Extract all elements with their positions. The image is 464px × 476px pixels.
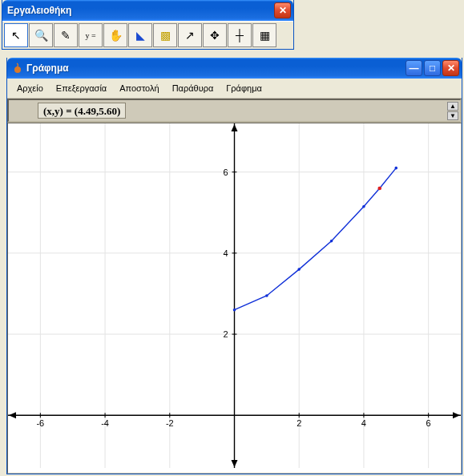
spin-down-button[interactable]: ▼ — [447, 111, 458, 120]
graph-title: Γράφημα — [26, 63, 405, 74]
tool-grab[interactable]: ✋ — [103, 23, 127, 47]
minimize-button[interactable]: — — [405, 60, 422, 76]
svg-point-38 — [362, 205, 365, 208]
svg-point-34 — [233, 309, 236, 312]
toolbox-window: Εργαλειοθήκη ✕ ↖🔍✎y =✋◣▩↗✥┼▦ — [2, 0, 294, 50]
close-icon: ✕ — [279, 5, 287, 16]
close-button[interactable]: ✕ — [442, 60, 459, 76]
svg-marker-12 — [453, 412, 460, 418]
pointer-icon: ↖ — [11, 29, 21, 42]
tool-axes[interactable]: ┼ — [228, 23, 252, 47]
tool-y-equals[interactable]: y = — [79, 23, 103, 47]
minimize-icon: — — [410, 63, 419, 74]
maximize-icon: □ — [430, 63, 435, 74]
menu-1[interactable]: Επεξεργασία — [51, 82, 111, 95]
spin-up-button[interactable]: ▲ — [447, 102, 458, 111]
svg-marker-13 — [9, 412, 16, 418]
graph-window: Γράφημα — □ ✕ ΑρχείοΕπεξεργασίαΑποστολήΠ… — [6, 58, 462, 474]
svg-text:-4: -4 — [101, 418, 109, 428]
tool-triangle[interactable]: ◣ — [128, 23, 152, 47]
readout-spinner: ▲ ▼ — [447, 100, 460, 121]
plot-canvas: -6-4-2246246 — [8, 123, 461, 468]
svg-text:6: 6 — [223, 167, 228, 177]
svg-point-35 — [265, 294, 268, 297]
graph-titlebar[interactable]: Γράφημα — □ ✕ — [7, 58, 462, 79]
svg-text:-6: -6 — [36, 418, 44, 428]
coordinate-readout: (x,y) = (4.49,5.60) — [38, 103, 126, 119]
svg-text:-2: -2 — [166, 418, 174, 428]
menu-2[interactable]: Αποστολή — [115, 82, 163, 95]
svg-text:2: 2 — [297, 418, 301, 428]
svg-text:6: 6 — [426, 418, 431, 428]
move-icon: ✥ — [210, 29, 220, 42]
tool-pointer[interactable]: ↖ — [4, 23, 28, 47]
svg-point-41 — [377, 187, 381, 191]
zoom-icon: 🔍 — [34, 29, 48, 42]
plot-area[interactable]: -6-4-2246246 — [7, 123, 462, 474]
toolbox-title: Εργαλειοθήκη — [7, 5, 274, 16]
menubar: ΑρχείοΕπεξεργασίαΑποστολήΠαράθυραΓράφημα — [7, 79, 462, 99]
toolbox-titlebar[interactable]: Εργαλειοθήκη ✕ — [2, 0, 293, 21]
grid-icon: ▦ — [260, 29, 270, 42]
y-equals-icon: y = — [85, 31, 95, 40]
svg-point-40 — [394, 167, 397, 170]
toolbox-body: ↖🔍✎y =✋◣▩↗✥┼▦ — [2, 21, 293, 49]
menu-0[interactable]: Αρχείο — [12, 82, 48, 95]
triangle-icon: ◣ — [136, 29, 145, 42]
menu-4[interactable]: Γράφημα — [221, 82, 267, 95]
tool-grid[interactable]: ▦ — [252, 23, 276, 47]
svg-marker-14 — [232, 124, 238, 131]
pencil-icon: ✎ — [61, 29, 71, 42]
readout-bar: (x,y) = (4.49,5.60) ▲ ▼ — [7, 99, 462, 123]
axes-icon: ┼ — [236, 29, 244, 42]
tool-bar[interactable]: ▩ — [153, 23, 177, 47]
svg-marker-15 — [232, 460, 238, 467]
grab-icon: ✋ — [109, 29, 123, 42]
java-icon — [12, 63, 23, 74]
bar-icon: ▩ — [160, 29, 171, 42]
toolbox-close-button[interactable]: ✕ — [274, 2, 291, 18]
maximize-button[interactable]: □ — [424, 60, 441, 76]
tool-segment[interactable]: ↗ — [178, 23, 202, 47]
tool-pencil[interactable]: ✎ — [54, 23, 78, 47]
segment-icon: ↗ — [185, 29, 195, 42]
svg-point-36 — [297, 268, 301, 271]
close-icon: ✕ — [447, 63, 455, 74]
svg-point-37 — [330, 240, 333, 243]
svg-text:4: 4 — [223, 248, 228, 258]
menu-3[interactable]: Παράθυρα — [167, 82, 219, 95]
tool-zoom[interactable]: 🔍 — [29, 23, 53, 47]
svg-text:2: 2 — [223, 329, 228, 339]
svg-text:4: 4 — [361, 418, 366, 428]
tool-move[interactable]: ✥ — [203, 23, 227, 47]
